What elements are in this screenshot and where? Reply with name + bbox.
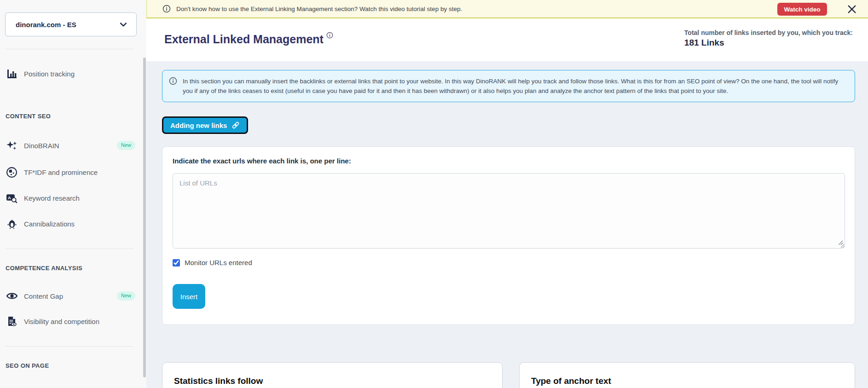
domain-selector-value: dinorank.com - ES	[16, 21, 76, 29]
sidebar-item-tfidf[interactable]: TF*IDF and prominence	[6, 163, 140, 181]
sidebar-item-visibility-competition[interactable]: Visibility and competition	[6, 312, 140, 330]
document-eye-icon	[6, 315, 18, 328]
main-area: Don't know how to use the External Linki…	[146, 0, 868, 388]
sidebar-item-label: Position tracking	[24, 70, 75, 78]
new-badge: New	[117, 291, 135, 300]
sparkles-icon	[6, 139, 18, 152]
sidebar-divider	[5, 49, 134, 49]
domain-selector[interactable]: dinorank.com - ES	[5, 12, 137, 36]
banner-message: Don't know how to use the External Linki…	[176, 6, 462, 12]
dino-icon	[6, 218, 18, 230]
sidebar-item-label: Visibility and competition	[24, 318, 99, 325]
eye-icon	[6, 290, 18, 302]
watch-video-button[interactable]: Watch video	[777, 3, 827, 16]
tutorial-banner: Don't know how to use the External Linki…	[146, 0, 868, 18]
info-icon	[162, 5, 171, 13]
urls-textarea[interactable]	[173, 173, 845, 249]
insert-button[interactable]: Insert	[173, 284, 205, 309]
chevron-down-icon	[119, 20, 128, 29]
section-info-box: In this section you can manually insert …	[162, 70, 855, 102]
page-title: External Linked Management	[164, 28, 333, 46]
sidebar-section-seo-on-page: SEO ON PAGE	[6, 362, 49, 369]
new-badge: New	[117, 141, 135, 150]
sidebar-item-label: Cannibalizations	[24, 220, 75, 228]
urls-field-label: Indicate the exact urls where each link …	[173, 157, 845, 165]
monitor-urls-label: Monitor URLs entered	[185, 259, 252, 266]
sidebar-section-competence-analysis: COMPETENCE ANALYSIS	[6, 265, 82, 272]
sidebar-section-content-seo: CONTENT SEO	[6, 113, 51, 120]
sidebar-divider	[5, 249, 134, 249]
link-icon	[231, 121, 240, 129]
moon-dots-icon	[6, 166, 18, 179]
sidebar-divider	[5, 346, 134, 347]
sidebar-item-cannibalizations[interactable]: Cannibalizations	[6, 214, 140, 233]
monitor-urls-row: Monitor URLs entered	[173, 259, 845, 266]
type-of-anchor-text-card: Type of anchor text	[519, 362, 855, 388]
card-title: Statistics links follow	[174, 376, 491, 386]
total-links-value: 181 Links	[684, 38, 853, 48]
bar-chart-icon	[6, 68, 18, 80]
insert-links-card: Indicate the exact urls where each link …	[162, 146, 855, 325]
sidebar-item-label: Keyword research	[24, 194, 80, 202]
sidebar-item-position-tracking[interactable]: Position tracking	[6, 64, 140, 83]
statistics-links-follow-card: Statistics links follow	[162, 362, 503, 388]
info-icon	[169, 77, 177, 87]
sidebar-scrollbar[interactable]	[143, 58, 146, 377]
sidebar-item-label: Content Gap	[24, 292, 63, 300]
total-links-summary: Total number of links inserted by you, w…	[684, 29, 853, 48]
keyword-search-icon: A	[6, 192, 18, 204]
content-area: In this section you can manually insert …	[146, 61, 868, 388]
sidebar-item-keyword-research[interactable]: A Keyword research	[6, 189, 140, 207]
total-links-label: Total number of links inserted by you, w…	[684, 29, 853, 36]
sidebar-item-dinobrain[interactable]: DinoBRAIN New	[6, 136, 140, 155]
close-icon[interactable]	[847, 4, 857, 14]
adding-new-links-label: Adding new links	[170, 122, 227, 129]
title-info-icon[interactable]	[326, 28, 333, 41]
page-header: External Linked Management Total number …	[146, 18, 868, 61]
info-box-text: In this section you can manually insert …	[183, 76, 846, 96]
adding-new-links-button[interactable]: Adding new links	[162, 116, 248, 134]
page-title-text: External Linked Management	[164, 33, 324, 46]
stats-cards-row: Statistics links follow Type of anchor t…	[162, 362, 855, 388]
sidebar-item-label: DinoBRAIN	[24, 142, 59, 150]
sidebar-item-label: TF*IDF and prominence	[24, 168, 98, 176]
svg-text:A: A	[8, 195, 11, 200]
card-title: Type of anchor text	[531, 376, 843, 386]
sidebar: dinorank.com - ES Position tracking CONT…	[0, 0, 146, 388]
monitor-urls-checkbox[interactable]	[173, 259, 180, 266]
sidebar-item-content-gap[interactable]: Content Gap New	[6, 287, 140, 305]
